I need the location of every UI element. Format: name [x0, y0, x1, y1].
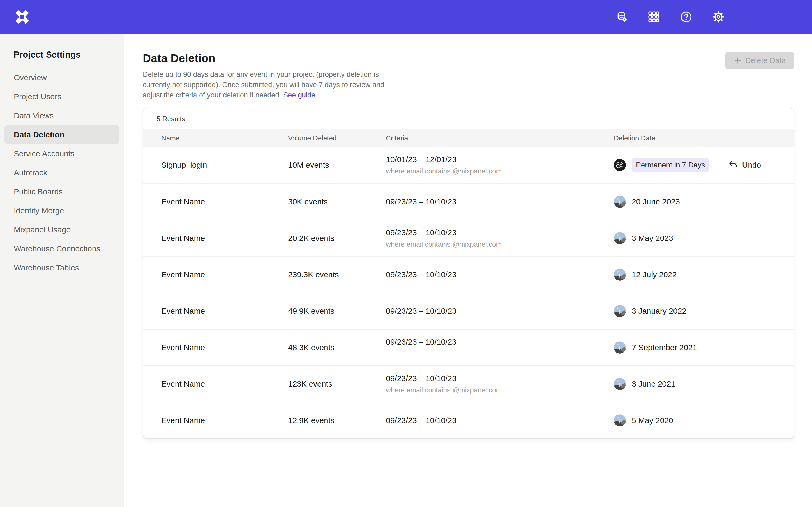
- table-row: Event Name 239.3K events 09/23/23 – 10/1…: [143, 256, 794, 293]
- user-avatar: [614, 341, 626, 353]
- deletion-date: 12 July 2022: [632, 270, 677, 279]
- row-name: Event Name: [161, 343, 288, 352]
- landscape-avatar-image: [614, 414, 626, 427]
- row-name: Event Name: [161, 270, 288, 279]
- deletion-date: 3 January 2022: [632, 306, 687, 316]
- row-volume: 20.2K events: [288, 234, 386, 243]
- row-criteria: 09/23/23 – 10/10/23: [386, 416, 614, 425]
- apps-grid-icon[interactable]: [648, 11, 660, 23]
- sidebar-item-warehouse-connections[interactable]: Warehouse Connections: [4, 239, 119, 258]
- row-criteria-note: where email contains @mixpanel.com: [386, 240, 614, 248]
- landscape-avatar-image: [614, 196, 626, 208]
- row-deletion-date-cell: 20 June 2023: [614, 196, 794, 208]
- see-guide-link[interactable]: See guide: [283, 91, 315, 99]
- sidebar-item-project-users[interactable]: Project Users: [4, 87, 119, 106]
- sidebar-item-label: Autotrack: [14, 168, 47, 177]
- row-deletion-date-cell: 7 September 2021: [614, 341, 794, 353]
- sidebar-nav: Overview Project Users Data Views Data D…: [0, 68, 124, 277]
- row-criteria: 09/23/23 – 10/10/23: [386, 197, 614, 206]
- row-criteria-range: 09/23/23 – 10/10/23: [386, 228, 456, 237]
- status-badge: Permanent in 7 Days: [632, 158, 709, 172]
- row-criteria: 09/23/23 – 10/10/23 where email contains…: [386, 374, 614, 394]
- undo-icon: [728, 160, 738, 170]
- sidebar-item-identity-merge[interactable]: Identity Merge: [4, 201, 119, 220]
- main-content: Data Deletion Delete up to 90 days data …: [124, 34, 812, 507]
- row-name: Event Name: [161, 306, 288, 316]
- mixpanel-logo-icon[interactable]: [15, 9, 30, 24]
- sidebar-item-label: Warehouse Connections: [14, 244, 100, 253]
- row-name: Event Name: [161, 234, 288, 243]
- deletion-date: 3 June 2021: [632, 380, 675, 388]
- row-criteria-note: where email contains @mixpanel.com: [386, 386, 614, 394]
- user-avatar: [614, 305, 626, 317]
- sidebar-item-public-boards[interactable]: Public Boards: [4, 182, 119, 201]
- row-name: Event Name: [161, 380, 288, 388]
- sidebar-item-label: Service Accounts: [14, 149, 74, 158]
- plus-icon: [734, 57, 742, 64]
- sidebar-item-label: Data Deletion: [14, 130, 64, 139]
- row-criteria-range: 09/23/23 – 10/10/23: [386, 306, 456, 315]
- sidebar-heading: Project Settings: [13, 50, 124, 60]
- table-header-row: Name Volume Deleted Criteria Deletion Da…: [143, 129, 794, 147]
- sidebar-item-autotrack[interactable]: Autotrack: [4, 163, 119, 182]
- table-row: Event Name 49.9K events 09/23/23 – 10/10…: [143, 293, 794, 329]
- row-criteria: 09/23/23 – 10/10/23 where email contains…: [386, 228, 614, 248]
- landscape-avatar-image: [614, 232, 626, 244]
- settings-gear-icon[interactable]: [712, 11, 725, 23]
- page-description-text: Delete up to 90 days data for any event …: [143, 70, 384, 99]
- table-row: Event Name 30K events 09/23/23 – 10/10/2…: [143, 183, 794, 220]
- deletions-card: 5 Results Name Volume Deleted Criteria D…: [143, 108, 794, 439]
- sidebar-item-mixpanel-usage[interactable]: Mixpanel Usage: [4, 220, 119, 239]
- sidebar-item-label: Warehouse Tables: [14, 263, 79, 272]
- row-criteria-range: 09/23/23 – 10/10/23: [386, 337, 456, 346]
- deletion-date: 20 June 2023: [632, 197, 680, 206]
- column-header-criteria: Criteria: [386, 134, 614, 142]
- row-name: Event Name: [161, 197, 288, 206]
- row-criteria-note: [386, 350, 614, 357]
- user-avatar: [614, 159, 626, 171]
- sidebar-item-warehouse-tables[interactable]: Warehouse Tables: [4, 258, 119, 277]
- sidebar-item-label: Project Users: [14, 92, 61, 101]
- column-header-volume-deleted: Volume Deleted: [288, 134, 386, 142]
- sidebar-item-label: Public Boards: [14, 187, 63, 196]
- user-avatar: [614, 196, 626, 208]
- row-deletion-date-cell: 5 May 2020: [614, 414, 794, 427]
- page-title: Data Deletion: [143, 52, 794, 65]
- delete-data-button[interactable]: Delete Data: [725, 52, 794, 69]
- help-icon[interactable]: [680, 11, 693, 23]
- data-management-icon[interactable]: [615, 11, 628, 23]
- sidebar-item-data-deletion[interactable]: Data Deletion: [4, 125, 119, 144]
- sidebar-item-label: Overview: [14, 73, 47, 82]
- row-criteria-range: 10/01/23 – 12/01/23: [386, 155, 456, 164]
- undo-label: Undo: [742, 161, 761, 170]
- row-criteria-range: 09/23/23 – 10/10/23: [386, 374, 456, 383]
- sidebar-item-data-views[interactable]: Data Views: [4, 106, 119, 125]
- doodle-avatar-image: [614, 159, 626, 171]
- user-avatar: [614, 232, 626, 244]
- row-criteria: 10/01/23 – 12/01/23 where email contains…: [386, 155, 614, 175]
- row-volume: 10M events: [288, 161, 386, 170]
- table-row: Event Name 48.3K events 09/23/23 – 10/10…: [143, 329, 794, 365]
- table-body: Signup_login 10M events 10/01/23 – 12/01…: [143, 147, 794, 438]
- sidebar-item-overview[interactable]: Overview: [4, 68, 119, 87]
- undo-button[interactable]: Undo: [728, 160, 761, 170]
- row-name: Signup_login: [161, 161, 288, 170]
- row-criteria: 09/23/23 – 10/10/23: [386, 306, 614, 316]
- row-name: Event Name: [161, 416, 288, 425]
- landscape-avatar-image: [614, 341, 626, 353]
- user-avatar: [614, 269, 626, 281]
- row-volume: 239.3K events: [288, 270, 386, 279]
- row-volume: 123K events: [288, 380, 386, 388]
- row-deletion-date-cell: 3 June 2021: [614, 378, 794, 390]
- table-row: Event Name 12.9K events 09/23/23 – 10/10…: [143, 402, 794, 438]
- sidebar-item-label: Identity Merge: [14, 206, 64, 215]
- sidebar-item-service-accounts[interactable]: Service Accounts: [4, 144, 119, 163]
- column-header-name: Name: [161, 134, 288, 142]
- table-row: Event Name 123K events 09/23/23 – 10/10/…: [143, 365, 794, 402]
- row-deletion-date-cell: 3 May 2023: [614, 232, 794, 244]
- row-criteria: 09/23/23 – 10/10/23: [386, 270, 614, 279]
- deletion-date: 5 May 2020: [632, 416, 673, 425]
- project-settings-sidebar: Project Settings Overview Project Users …: [0, 34, 124, 507]
- table-row: Signup_login 10M events 10/01/23 – 12/01…: [143, 147, 794, 183]
- deletion-date: 3 May 2023: [632, 234, 673, 243]
